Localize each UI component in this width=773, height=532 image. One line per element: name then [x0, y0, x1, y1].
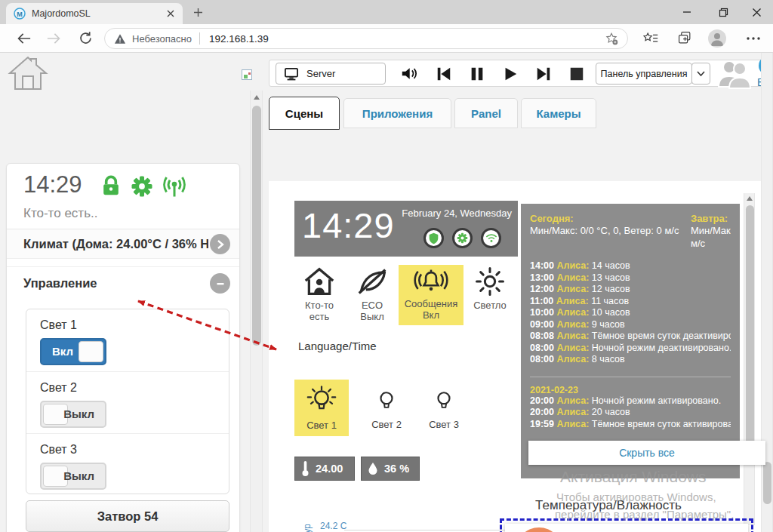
gear-icon[interactable] — [131, 175, 153, 198]
light2-button[interactable]: Свет 2 — [361, 380, 412, 436]
climate-expand-button[interactable] — [210, 234, 230, 254]
climate-row[interactable]: Климат (Дома: 24.00°C / 36% На... — [7, 229, 239, 259]
home-icon[interactable] — [8, 55, 48, 91]
tab-close-icon[interactable] — [166, 9, 175, 18]
hide-all-link[interactable]: Скрыть все — [619, 447, 675, 459]
back-icon[interactable] — [17, 32, 31, 45]
scrollbar-thumb[interactable] — [746, 205, 754, 462]
light1-button[interactable]: Свет 1 — [294, 380, 349, 436]
server-select-label: Server — [306, 68, 335, 79]
light3-button[interactable]: Свет 3 — [418, 380, 470, 436]
collapse-button[interactable] — [210, 273, 230, 294]
shutter-button[interactable]: Затвор 54 — [26, 500, 229, 532]
panel-select[interactable]: Панель управления — [596, 63, 692, 85]
address-bar[interactable]: Небезопасно 192.168.1.39 — [104, 28, 628, 49]
humidity-badge: 36 % — [361, 457, 420, 481]
event-row: 12:00 Алиса: 12 часов — [530, 284, 731, 296]
events-list-previous: 20:00 Алиса: Ночной режим активировано. … — [530, 395, 731, 431]
event-row: 14:00 Алиса: 14 часов — [530, 260, 731, 272]
media-stop-button[interactable] — [565, 63, 588, 84]
toggle-state: Выкл — [63, 407, 94, 420]
tab-panel[interactable]: Panel — [454, 98, 518, 128]
event-row: 08:00 Алиса: 8 часов — [530, 354, 731, 366]
control-section-header[interactable]: Управление — [7, 266, 239, 300]
sidebar-time: 14:29 — [23, 171, 82, 198]
toggle-state: Выкл — [63, 469, 94, 482]
daylight-mode-button[interactable]: Светло — [468, 266, 512, 311]
chart-tick-label: 24.2 C — [320, 521, 346, 531]
hide-all-bar: Скрыть все — [528, 441, 765, 465]
light1-toggle[interactable]: Вкл — [40, 338, 106, 365]
light2-toggle[interactable]: Выкл — [40, 401, 106, 428]
events-scrollbar[interactable] — [744, 193, 755, 525]
humidity-value: 36 % — [384, 463, 409, 475]
monitor-icon — [284, 67, 299, 81]
lock-icon[interactable] — [100, 174, 122, 198]
wifi-status-icon[interactable] — [481, 228, 501, 248]
tab-apps[interactable]: Приложения — [343, 98, 451, 128]
light3-toggle[interactable]: Выкл — [40, 463, 106, 490]
shield-status-icon[interactable] — [423, 228, 444, 248]
clock-panel: 14:29 February 24, Wednesday — [294, 201, 518, 257]
scrollbar-thumb[interactable] — [763, 462, 771, 504]
volume-icon[interactable] — [399, 63, 422, 84]
events-list-today: 14:00 Алиса: 14 часов 13:00 Алиса: 13 ча… — [530, 260, 731, 366]
light-label: Свет 2 — [40, 381, 77, 395]
climate-label: Климат (Дома: 24.00°C / 36% На... — [23, 237, 208, 251]
tab-cameras[interactable]: Камеры — [521, 98, 596, 128]
tab-scenes[interactable]: Сцены — [269, 97, 340, 130]
restore-button[interactable] — [707, 0, 740, 24]
event-row: 10:00 Алиса: 10 часов — [530, 307, 731, 319]
language-time-label: Language/Time — [298, 340, 377, 352]
light-row: Свет 2 Выкл — [26, 371, 229, 433]
favorites-icon[interactable] — [643, 32, 658, 45]
scroll-up-arrow-icon[interactable] — [254, 95, 260, 100]
scenes-content: 14:29 February 24, Wednesday Кто-то есть… — [269, 181, 761, 532]
messages-mode-button[interactable]: Сообщения Вкл — [399, 265, 463, 325]
clock-time: 14:29 — [302, 204, 395, 246]
event-row: 09:00 Алиса: 9 часов — [530, 319, 731, 331]
minimize-button[interactable] — [670, 0, 704, 24]
media-prev-button[interactable] — [433, 63, 455, 84]
server-select[interactable]: Server — [276, 63, 386, 85]
today-label: Сегодня: — [530, 213, 685, 224]
scroll-up-arrow-icon[interactable] — [747, 196, 753, 201]
media-play-button[interactable] — [499, 63, 522, 84]
antenna-icon[interactable] — [161, 174, 188, 198]
mode-label: Светло — [473, 300, 507, 311]
browser-tab[interactable]: M MajordomoSL — [6, 3, 183, 24]
toggle-knob[interactable] — [79, 341, 103, 362]
tab-label: Камеры — [536, 107, 581, 120]
notification-toast[interactable]: 6Г 68 Дверь Геркон Switch1 On — [505, 524, 748, 532]
media-pause-button[interactable] — [466, 63, 488, 84]
browser-titlebar: M MajordomoSL — [0, 0, 773, 24]
media-next-button[interactable] — [532, 63, 555, 84]
temperature-value: 24.00 — [316, 463, 343, 475]
users-icon[interactable] — [716, 58, 751, 90]
eco-mode-button[interactable]: ECO Выкл — [349, 266, 396, 322]
light-row: Свет 1 Вкл — [26, 309, 229, 371]
close-button[interactable] — [740, 0, 773, 24]
menu-dots-icon[interactable] — [746, 35, 761, 42]
today-forecast: Мин/Макс: 0/0 °C, 0, Ветер: 0 м/с — [530, 224, 685, 237]
collections-icon[interactable] — [678, 31, 692, 45]
tab-label: Сцены — [285, 107, 323, 120]
event-row: 08:08 Алиса: Тёмное время суток деактиви… — [530, 331, 731, 343]
content-vertical-scrollbar[interactable] — [250, 91, 263, 532]
svg-text:M: M — [17, 11, 23, 18]
bookmark-add-icon[interactable] — [605, 32, 618, 45]
gear-status-icon[interactable] — [452, 228, 473, 248]
scrollbar-thumb[interactable] — [252, 106, 261, 346]
refresh-icon[interactable] — [79, 31, 93, 45]
profile-avatar[interactable] — [708, 29, 726, 48]
panel-select-arrow[interactable] — [691, 63, 710, 85]
event-row: 20:00 Алиса: Ночной режим активировано. — [530, 395, 731, 407]
new-tab-icon[interactable] — [193, 8, 203, 17]
chevron-right-icon — [217, 239, 224, 250]
presence-mode-button[interactable]: Кто-то есть — [296, 266, 343, 322]
panel-select-label: Панель управления — [601, 69, 688, 79]
forward-icon[interactable] — [47, 32, 61, 45]
address-divider — [199, 32, 200, 45]
sun-icon — [475, 266, 505, 297]
light-switches-card: Свет 1 Вкл Свет 2 Выкл Свет 3 — [26, 309, 229, 494]
